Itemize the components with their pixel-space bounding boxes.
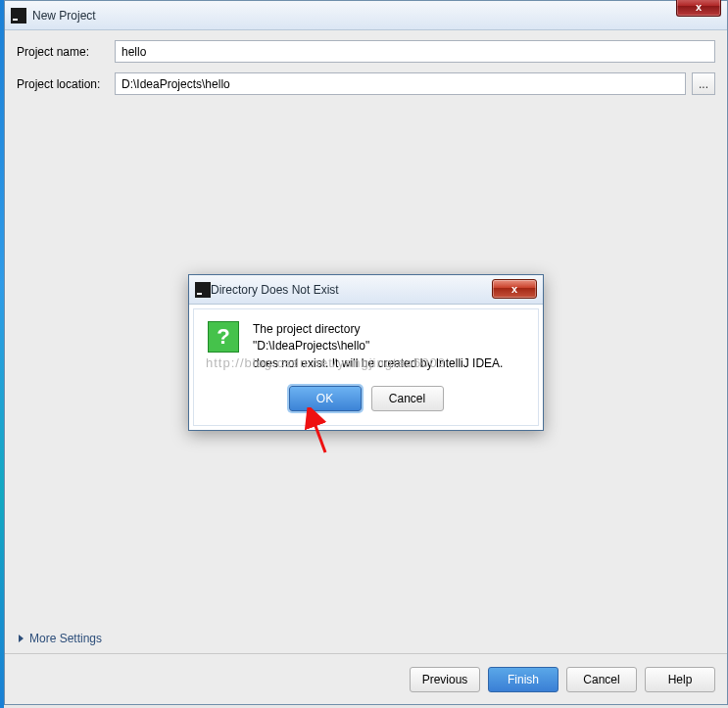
svg-rect-2 xyxy=(195,282,211,298)
project-name-row: Project name: xyxy=(17,40,715,63)
finish-button[interactable]: Finish xyxy=(488,667,558,692)
dialog-message-line2: "D:\IdeaProjects\hello" xyxy=(253,339,369,353)
previous-button[interactable]: Previous xyxy=(410,667,480,692)
project-name-label: Project name: xyxy=(17,45,115,59)
dialog-titlebar[interactable]: Directory Does Not Exist x xyxy=(189,275,543,305)
ok-button[interactable]: OK xyxy=(289,386,362,411)
close-icon: x xyxy=(696,1,702,13)
window-title: New Project xyxy=(32,9,96,23)
wizard-footer: Previous Finish Cancel Help xyxy=(5,653,727,704)
svg-rect-0 xyxy=(11,8,26,24)
question-icon: ? xyxy=(208,321,239,353)
dialog-body: ? The project directory "D:\IdeaProjects… xyxy=(193,308,539,426)
dialog-app-icon xyxy=(195,282,211,298)
close-icon: x xyxy=(511,283,517,295)
dialog-title: Directory Does Not Exist xyxy=(211,283,339,297)
window-close-button[interactable]: x xyxy=(676,0,721,17)
help-button[interactable]: Help xyxy=(645,667,715,692)
project-location-row: Project location: ... xyxy=(17,72,715,95)
dialog-content: ? The project directory "D:\IdeaProjects… xyxy=(208,321,524,372)
dialog-cancel-button[interactable]: Cancel xyxy=(371,386,444,411)
dialog-message-line1: The project directory xyxy=(253,322,360,336)
browse-ellipsis-icon: ... xyxy=(699,77,708,91)
window-titlebar[interactable]: New Project x xyxy=(5,1,727,30)
svg-rect-1 xyxy=(13,19,18,21)
dialog-actions: OK Cancel xyxy=(208,386,524,411)
dialog-message: The project directory "D:\IdeaProjects\h… xyxy=(253,321,503,372)
project-location-label: Project location: xyxy=(17,77,115,91)
browse-button[interactable]: ... xyxy=(692,72,715,95)
project-name-input[interactable] xyxy=(115,40,715,63)
app-icon xyxy=(11,8,26,24)
svg-rect-3 xyxy=(197,293,202,295)
triangle-right-icon xyxy=(19,635,24,642)
directory-not-exist-dialog: Directory Does Not Exist x ? The project… xyxy=(188,274,544,431)
dialog-message-line3: does not exist. It will be created by In… xyxy=(253,356,503,370)
dialog-close-button[interactable]: x xyxy=(492,279,537,299)
more-settings-label: More Settings xyxy=(29,632,102,645)
project-location-input[interactable] xyxy=(115,72,686,95)
cancel-button[interactable]: Cancel xyxy=(566,667,637,692)
more-settings-toggle[interactable]: More Settings xyxy=(19,632,102,645)
